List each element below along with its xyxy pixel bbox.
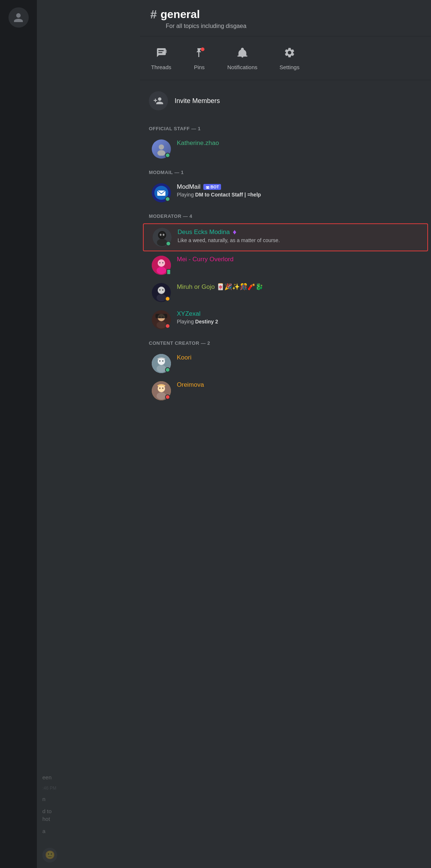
svg-point-18 <box>162 262 164 263</box>
miruh-emojis: 🀄🎉✨🎊🧨🐉 <box>217 283 263 290</box>
svg-rect-0 <box>163 50 167 53</box>
member-name-miruh: Miruh or Gojo 🀄🎉✨🎊🧨🐉 <box>177 283 263 291</box>
member-item-deus[interactable]: Deus Ecks Modina ♦ Like a weed, naturall… <box>143 223 428 251</box>
invite-members-button[interactable]: Invite Members <box>140 86 431 116</box>
member-name-row-mei: Mei - Curry Overlord <box>177 256 419 263</box>
status-dot-katherine <box>165 153 170 158</box>
member-name-row-koori: Koori <box>177 354 419 361</box>
member-name-row-xyzexal: XYZexal <box>177 310 419 318</box>
avatar-wrapper-oreimova <box>152 381 171 400</box>
member-info-mei: Mei - Curry Overlord <box>177 256 419 263</box>
member-item-xyzexal[interactable]: XYZexal Playing Destiny 2 <box>143 307 428 333</box>
notifications-icon <box>236 47 248 61</box>
member-info-koori: Koori <box>177 354 419 361</box>
status-dot-xyzexal <box>165 323 170 329</box>
sidebar-strip <box>0 0 37 868</box>
member-name-xyzexal: XYZexal <box>177 310 200 318</box>
svg-point-21 <box>157 294 166 301</box>
svg-point-27 <box>157 321 166 329</box>
svg-point-1 <box>159 144 164 149</box>
chat-partial-area: een :46 PM n d tohot a 🙂 <box>37 0 140 868</box>
member-name-koori: Koori <box>177 354 192 361</box>
members-list: Invite Members OFFICIAL STAFF — 1 Kather… <box>140 80 431 868</box>
avatar-wrapper-mei <box>152 256 171 275</box>
toolbar-threads[interactable]: Threads <box>140 43 182 74</box>
member-name-mei: Mei - Curry Overlord <box>177 256 234 263</box>
pins-label: Pins <box>194 64 204 70</box>
member-info-deus: Deus Ecks Modina ♦ Like a weed, naturall… <box>178 228 418 243</box>
user-icon[interactable] <box>8 7 29 28</box>
svg-point-17 <box>160 262 161 263</box>
invite-label: Invite Members <box>175 97 220 105</box>
status-dot-miruh <box>165 296 170 301</box>
svg-point-23 <box>160 289 161 291</box>
avatar-wrapper-deus <box>153 228 172 247</box>
crown-icon: ♦ <box>233 228 236 236</box>
svg-point-12 <box>163 234 164 235</box>
svg-point-11 <box>160 234 161 235</box>
status-dot-modmail <box>165 196 170 202</box>
member-name-deus: Deus Ecks Modina <box>178 228 230 236</box>
svg-point-37 <box>162 360 164 362</box>
svg-point-2 <box>157 150 165 156</box>
member-info-modmail: ModMail BOT Playing DM to Contact Staff … <box>177 183 419 198</box>
member-name-row-deus: Deus Ecks Modina ♦ <box>178 228 418 236</box>
pins-icon <box>193 47 205 61</box>
member-status-xyzexal: Playing Destiny 2 <box>177 319 419 325</box>
channel-description: For all topics including disgaea <box>166 23 421 29</box>
member-name-row-miruh: Miruh or Gojo 🀄🎉✨🎊🧨🐉 <box>177 283 419 291</box>
member-name-row-modmail: ModMail BOT <box>177 183 419 191</box>
pin-notification-dot <box>201 47 204 51</box>
member-item-miruh[interactable]: Miruh or Gojo 🀄🎉✨🎊🧨🐉 <box>143 279 428 306</box>
status-dot-koori <box>165 367 170 372</box>
svg-point-16 <box>158 259 164 266</box>
svg-point-15 <box>157 267 166 274</box>
member-info-miruh: Miruh or Gojo 🀄🎉✨🎊🧨🐉 <box>177 283 419 291</box>
channel-name: general <box>161 8 200 21</box>
member-status-deus: Like a weed, naturally, as a matter of c… <box>178 237 418 243</box>
avatar-wrapper-xyzexal <box>152 310 171 329</box>
channel-hash-icon: # <box>150 8 157 20</box>
threads-icon <box>155 47 167 61</box>
section-header-official-staff: OFFICIAL STAFF — 1 <box>140 119 431 135</box>
invite-icon <box>149 91 168 110</box>
member-item-modmail[interactable]: ModMail BOT Playing DM to Contact Staff … <box>143 180 428 206</box>
svg-point-24 <box>162 289 164 291</box>
svg-point-40 <box>157 392 166 400</box>
svg-point-42 <box>160 387 161 389</box>
member-info-xyzexal: XYZexal Playing Destiny 2 <box>177 310 419 325</box>
member-name-row-oreimova: Oreimova <box>177 381 419 389</box>
svg-point-22 <box>158 287 164 293</box>
threads-label: Threads <box>151 64 171 70</box>
svg-point-36 <box>160 360 161 362</box>
toolbar: Threads Pins Notifications <box>140 36 431 80</box>
status-dot-deus <box>166 241 171 246</box>
toolbar-settings[interactable]: Settings <box>269 43 311 74</box>
notifications-label: Notifications <box>227 64 257 70</box>
toolbar-pins[interactable]: Pins <box>182 43 216 74</box>
member-item-oreimova[interactable]: Oreimova <box>143 378 428 404</box>
member-item-mei[interactable]: Mei - Curry Overlord <box>143 252 428 279</box>
member-item-koori[interactable]: Koori <box>143 350 428 377</box>
chat-overlay <box>37 0 140 868</box>
member-name-oreimova: Oreimova <box>177 381 204 389</box>
settings-label: Settings <box>280 64 299 70</box>
toolbar-notifications[interactable]: Notifications <box>216 43 269 74</box>
settings-icon <box>284 47 295 61</box>
avatar-wrapper-modmail <box>152 183 171 202</box>
member-info-katherine: Katherine.zhao <box>177 139 419 147</box>
status-dot-mei <box>167 269 171 275</box>
svg-point-43 <box>162 387 164 389</box>
section-header-moderator: MODERATOR — 4 <box>140 207 431 223</box>
main-panel: # general For all topics including disga… <box>140 0 431 868</box>
member-name-row-katherine: Katherine.zhao <box>177 139 419 147</box>
member-status-modmail: Playing DM to Contact Staff | =help <box>177 192 419 198</box>
avatar-wrapper-katherine <box>152 139 171 159</box>
member-info-oreimova: Oreimova <box>177 381 419 389</box>
member-item-katherine[interactable]: Katherine.zhao <box>143 136 428 162</box>
bot-badge-modmail: BOT <box>203 184 221 190</box>
status-dot-oreimova <box>165 394 170 400</box>
avatar-wrapper-koori <box>152 354 171 373</box>
channel-header: # general For all topics including disga… <box>140 0 431 36</box>
svg-rect-31 <box>155 314 167 318</box>
